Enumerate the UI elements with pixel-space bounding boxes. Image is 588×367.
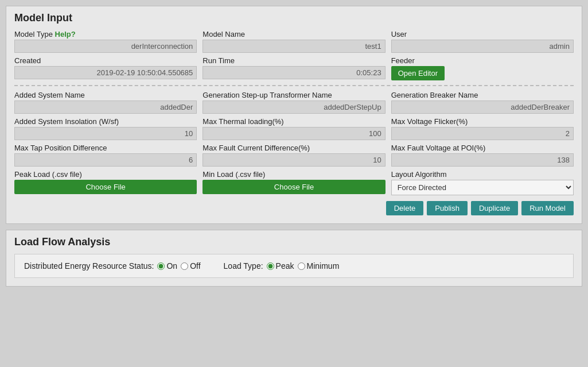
load-type-minimum-label[interactable]: Minimum [298,261,340,271]
open-editor-button[interactable]: Open Editor [391,66,445,80]
action-buttons-row: Delete Publish Duplicate Run Model [14,201,574,215]
tap-position-label: Max Tap Position Difference [14,144,197,152]
added-system-name-value: addedDer [14,101,197,114]
col-runtime: Run Time 0:05:23 [203,56,391,80]
load-type-peak-label[interactable]: Peak [267,261,294,271]
load-type-minimum-radio[interactable] [298,262,305,270]
publish-button[interactable]: Publish [427,201,468,215]
fault-current-label: Max Fault Current Difference(%) [203,144,385,152]
col-tap-position: Max Tap Position Difference 6 [14,144,203,167]
der-status-on-radio[interactable] [157,262,165,270]
der-status-on-text: On [166,261,177,271]
load-type-peak-radio[interactable] [267,262,274,270]
generation-breaker-value: addedDerBreaker [391,101,574,114]
col-fault-current: Max Fault Current Difference(%) 10 [203,144,391,167]
tap-position-value: 6 [14,153,197,167]
peak-load-choose-file-button[interactable]: Choose File [14,180,197,194]
der-status-off-radio[interactable] [181,262,188,270]
insolation-value: 10 [14,127,197,140]
der-status-group: Distributed Energy Resource Status: On O… [24,261,201,271]
load-flow-inner: Distributed Energy Resource Status: On O… [14,254,574,278]
load-type-label: Load Type: [224,261,263,271]
fault-voltage-value: 138 [391,153,574,167]
added-system-name-label: Added System Name [14,91,197,99]
col-feeder: Feeder Open Editor [391,56,574,80]
col-min-load: Min Load (.csv file) Choose File [203,170,391,194]
der-status-on-label[interactable]: On [157,261,177,271]
row-model-info: Model Type Help? derInterconnection Mode… [14,30,574,53]
generation-stepup-value: addedDerStepUp [203,101,385,114]
col-insolation: Added System Insolation (W/sf) 10 [14,117,203,140]
fault-voltage-label: Max Fault Voltage at POI(%) [391,144,574,152]
col-model-name: Model Name test1 [203,30,391,53]
row-insolation-thermal: Added System Insolation (W/sf) 10 Max Th… [14,117,574,140]
col-model-type: Model Type Help? derInterconnection [14,30,203,53]
duplicate-button[interactable]: Duplicate [471,201,518,215]
peak-load-label: Peak Load (.csv file) [14,170,197,179]
col-generation-stepup: Generation Step-up Transformer Name adde… [203,91,391,114]
col-generation-breaker: Generation Breaker Name addedDerBreaker [391,91,574,114]
thermal-loading-label: Max Thermal loading(%) [203,117,385,126]
model-type-value: derInterconnection [14,40,197,53]
feeder-label: Feeder [391,56,574,65]
model-name-label: Model Name [203,30,385,38]
row-created-runtime: Created 2019-02-19 10:50:04.550685 Run T… [14,56,574,80]
row-system-names: Added System Name addedDer Generation St… [14,91,574,114]
row-tap-fault: Max Tap Position Difference 6 Max Fault … [14,144,574,167]
fault-current-value: 10 [203,153,385,167]
load-type-minimum-text: Minimum [307,261,340,271]
divider [14,85,574,86]
model-type-label: Model Type Help? [14,30,197,38]
col-user: User admin [391,30,574,53]
load-type-peak-text: Peak [276,261,294,271]
col-thermal-loading: Max Thermal loading(%) 100 [203,117,391,140]
min-load-choose-file-button[interactable]: Choose File [203,180,385,194]
col-fault-voltage: Max Fault Voltage at POI(%) 138 [391,144,574,167]
model-input-title: Model Input [14,12,574,24]
layout-algorithm-label: Layout Algorithm [391,170,574,179]
model-name-value: test1 [203,40,385,53]
created-value: 2019-02-19 10:50:04.550685 [14,66,197,79]
col-created: Created 2019-02-19 10:50:04.550685 [14,56,203,80]
load-type-group: Load Type: Peak Minimum [224,261,340,271]
user-value: admin [391,40,574,53]
voltage-flicker-label: Max Voltage Flicker(%) [391,117,574,126]
col-layout-algorithm: Layout Algorithm Force Directed Hierarch… [391,170,574,195]
help-link[interactable]: Help? [55,30,76,38]
run-model-button[interactable]: Run Model [521,201,574,215]
model-input-section: Model Input Model Type Help? derIntercon… [6,6,582,224]
row-load-layout: Peak Load (.csv file) Choose File Min Lo… [14,170,574,195]
der-status-off-text: Off [190,261,200,271]
col-peak-load: Peak Load (.csv file) Choose File [14,170,203,194]
created-label: Created [14,56,197,65]
generation-stepup-label: Generation Step-up Transformer Name [203,91,385,99]
der-status-off-label[interactable]: Off [181,261,200,271]
runtime-label: Run Time [203,56,385,65]
generation-breaker-label: Generation Breaker Name [391,91,574,99]
insolation-label: Added System Insolation (W/sf) [14,117,197,126]
der-status-label: Distributed Energy Resource Status: [24,261,154,271]
col-added-system-name: Added System Name addedDer [14,91,203,114]
user-label: User [391,30,574,38]
layout-algorithm-select[interactable]: Force Directed Hierarchical Circular [391,180,574,195]
delete-button[interactable]: Delete [386,201,424,215]
thermal-loading-value: 100 [203,127,385,140]
load-flow-section: Load Flow Analysis Distributed Energy Re… [6,230,582,287]
col-voltage-flicker: Max Voltage Flicker(%) 2 [391,117,574,140]
runtime-value: 0:05:23 [203,66,385,79]
min-load-label: Min Load (.csv file) [203,170,385,179]
load-flow-title: Load Flow Analysis [14,236,574,248]
voltage-flicker-value: 2 [391,127,574,140]
